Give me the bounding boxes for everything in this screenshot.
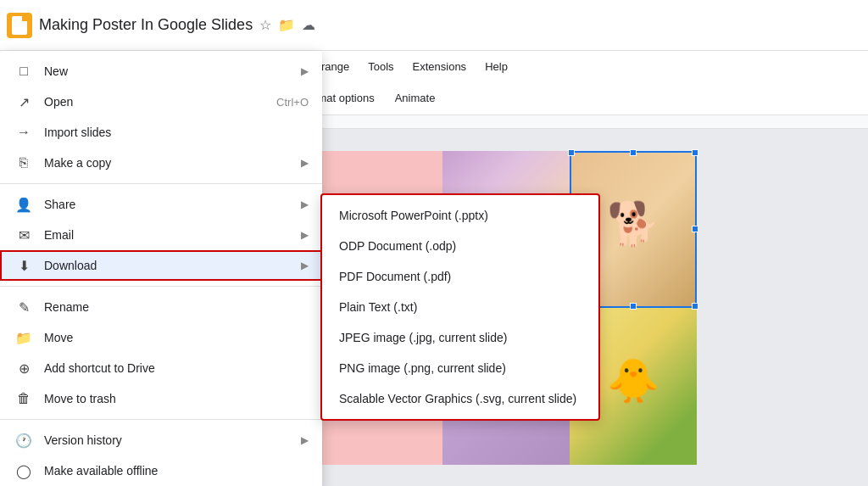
trash-icon: 🗑 [14,391,34,406]
menu-item-offline[interactable]: ◯ Make available offline [0,455,322,486]
animate-btn[interactable]: Animate [387,88,444,108]
offline-label: Make available offline [44,464,309,478]
import-icon: → [14,125,34,140]
email-icon: ✉ [14,227,34,243]
menu-item-trash[interactable]: 🗑 Move to trash [0,383,322,414]
open-icon: ↗ [14,94,34,110]
menu-item-add-shortcut[interactable]: ⊕ Add shortcut to Drive [0,353,322,383]
sep-1 [0,183,322,184]
menu-tools[interactable]: Tools [359,57,402,76]
menu-item-share[interactable]: 👤 Share ▶ [0,189,322,220]
version-arrow: ▶ [301,434,309,446]
menu-help[interactable]: Help [476,57,516,76]
import-label: Import slides [44,126,309,139]
move-icon: 📁 [14,330,34,346]
version-icon: 🕐 [14,433,34,449]
open-shortcut: Ctrl+O [276,96,309,109]
download-icon: ⬇ [14,258,34,274]
sep-3 [0,419,322,420]
shortcut-label: Add shortcut to Drive [44,361,309,375]
download-arrow: ▶ [301,260,309,271]
copy-label: Make a copy [44,156,294,170]
rename-icon: ✎ [14,299,34,316]
file-dropdown: □ New ▶ ↗ Open Ctrl+O → Import slides ⎘ … [0,51,322,486]
slides-app-icon [7,13,32,38]
menu-item-open[interactable]: ↗ Open Ctrl+O [0,87,322,117]
submenu-txt[interactable]: Plain Text (.txt) [322,292,598,322]
menu-item-import[interactable]: → Import slides [0,117,322,148]
trash-label: Move to trash [44,392,309,405]
menu-item-email[interactable]: ✉ Email ▶ [0,220,322,250]
email-arrow: ▶ [301,229,309,241]
new-arrow: ▶ [301,65,309,77]
folder-icon[interactable]: 📁 [278,17,295,33]
copy-icon: ⎘ [14,155,34,170]
shortcut-icon: ⊕ [14,360,34,377]
version-label: Version history [44,433,294,447]
menu-item-download[interactable]: ⬇ Download ▶ [0,250,322,281]
offline-icon: ◯ [14,463,34,479]
open-label: Open [44,95,270,109]
menu-item-move[interactable]: 📁 Move [0,322,322,353]
submenu-pdf[interactable]: PDF Document (.pdf) [322,261,598,292]
submenu-png[interactable]: PNG image (.png, current slide) [322,353,598,383]
new-icon: □ [14,64,34,79]
slides-icon [12,16,27,35]
submenu-pptx[interactable]: Microsoft PowerPoint (.pptx) [322,200,598,231]
title-icons: ☆ 📁 ☁ [259,17,315,33]
menu-item-rename[interactable]: ✎ Rename [0,292,322,322]
copy-arrow: ▶ [301,157,309,169]
share-label: Share [44,198,294,211]
cloud-icon[interactable]: ☁ [302,17,315,33]
submenu-jpg[interactable]: JPEG image (.jpg, current slide) [322,322,598,353]
menu-extensions[interactable]: Extensions [404,57,476,76]
app-bar: Making Poster In Google Slides ☆ 📁 ☁ [0,0,868,51]
submenu-svg[interactable]: Scalable Vector Graphics (.svg, current … [322,383,598,414]
menu-item-copy[interactable]: ⎘ Make a copy ▶ [0,148,322,178]
download-label: Download [44,259,294,272]
menu-item-version[interactable]: 🕐 Version history ▶ [0,425,322,455]
email-label: Email [44,228,294,242]
share-icon: 👤 [14,197,34,213]
share-arrow: ▶ [301,198,309,210]
sep-2 [0,286,322,287]
download-submenu: Microsoft PowerPoint (.pptx) ODP Documen… [320,193,600,421]
menu-item-new[interactable]: □ New ▶ [0,56,322,87]
new-label: New [44,64,294,78]
app-title: Making Poster In Google Slides [39,16,253,34]
move-label: Move [44,331,309,344]
submenu-odp[interactable]: ODP Document (.odp) [322,231,598,261]
star-icon[interactable]: ☆ [259,17,271,33]
rename-label: Rename [44,300,309,314]
